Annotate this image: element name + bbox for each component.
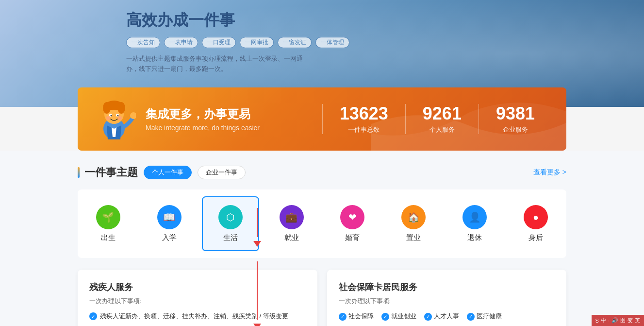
hero-tags: 一次告知一表申请一口受理一网审批一窗发证一体管理: [126, 37, 349, 48]
stats-banner: 集成更多，办事更易 Make integrate more, do things…: [78, 87, 566, 151]
card-tag-item: ✓ 医疗健康: [467, 311, 502, 321]
service-card-social: 社会保障卡居民服务 一次办理以下事项: ✓ 社会保障 ✓ 就业创业 ✓ 人才人事…: [327, 270, 567, 326]
category-item-retire[interactable]: 👤 退休: [446, 196, 503, 251]
category-icon-end: ●: [524, 205, 548, 229]
category-item-work[interactable]: 💼 就业: [263, 196, 320, 251]
check-icon: ✓: [424, 313, 432, 321]
status-bar: S 中 · 🔊 图 变 英: [592, 315, 644, 326]
category-label-birth: 出生: [101, 233, 116, 242]
category-icon-retire: 👤: [462, 205, 487, 229]
status-s: S: [595, 318, 599, 324]
stats-numbers: 13623 一件事总数 9261 个人服务 9381 企业服务: [322, 104, 552, 134]
stats-number: 13623: [340, 104, 388, 123]
category-icon-work: 💼: [280, 205, 304, 229]
section-title: 一件事主题: [78, 165, 138, 180]
stats-number: 9381: [496, 104, 535, 123]
category-item-house[interactable]: 🏠 置业: [385, 196, 442, 251]
card-tag-text: 就业创业: [391, 311, 416, 321]
card-tag-item: ✓ 就业创业: [381, 311, 416, 321]
category-item-school[interactable]: 📖 入学: [141, 196, 198, 251]
svg-point-10: [118, 116, 122, 120]
hero-tag: 一次告知: [126, 37, 160, 48]
category-label-school: 入学: [162, 233, 177, 242]
card-tags-area: ✓ 社会保障 ✓ 就业创业 ✓ 人才人事 ✓ 医疗健康 ✓ 文化体验 ✓ 交通出…: [339, 311, 555, 326]
status-var: 变: [627, 317, 633, 324]
stats-text: 集成更多，办事更易 Make integrate more, do things…: [146, 106, 322, 132]
check-icon: ✓: [89, 312, 97, 320]
svg-point-9: [106, 116, 110, 120]
stats-item: 9261 个人服务: [405, 104, 479, 134]
card-tag-item: ✓ 社会保障: [339, 311, 374, 321]
section-header: 一件事主题 个人一件事 企业一件事 查看更多 >: [78, 165, 566, 180]
check-icon: ✓: [339, 313, 347, 321]
stats-label: 企业服务: [496, 125, 535, 134]
card-tag-text: 社会保障: [348, 311, 374, 321]
category-label-marriage: 婚育: [345, 233, 360, 242]
card-subtitle: 一次办理以下事项:: [89, 297, 306, 306]
tabs-area: 🌱 出生 📖 入学 ⬡ 生活 💼 就业 ❤ 婚育 🏠 置业 👤 退休: [78, 189, 566, 258]
svg-point-8: [117, 115, 119, 117]
svg-point-4: [117, 102, 125, 114]
category-item-birth[interactable]: 🌱 出生: [80, 196, 137, 251]
card-items: ✓ 残疾人证新办、换领、迁移、挂失补办、注销、残疾类别 / 等级变更 ✓ 困难残…: [89, 311, 306, 326]
category-item-marriage[interactable]: ❤ 婚育: [324, 196, 381, 251]
card-row-multi: ✓ 社会保障 ✓ 就业创业 ✓ 人才人事 ✓ 医疗健康: [339, 311, 555, 321]
category-icon-life: ⬡: [218, 205, 243, 229]
card-item-text: 残疾人证新办、换领、迁移、挂失补办、注销、残疾类别 / 等级变更: [100, 311, 288, 321]
category-label-retire: 退休: [467, 233, 482, 242]
hero-tag: 一表申请: [164, 37, 198, 48]
card-title: 残疾人服务: [89, 281, 306, 293]
stats-item: 9381 企业服务: [479, 104, 552, 134]
hero-description: 一站式提供主题集成服务事项办理流程，线上一次登录、一网通办，线下只进一扇门，最多…: [126, 54, 311, 74]
svg-point-3: [103, 102, 111, 114]
category-icon-school: 📖: [157, 205, 182, 229]
stats-sub-title: Make integrate more, do things easier: [146, 124, 322, 132]
category-label-work: 就业: [284, 233, 299, 242]
status-en: 英: [635, 317, 640, 324]
category-label-life: 生活: [223, 233, 238, 242]
stats-number: 9261: [423, 104, 462, 123]
stats-label: 一件事总数: [340, 125, 388, 134]
card-tag-text: 医疗健康: [477, 311, 502, 321]
hero-title: 高效办成一件事: [126, 10, 349, 31]
stats-label: 个人服务: [423, 125, 462, 134]
card-row: ✓ 残疾人证新办、换领、迁移、挂失补办、注销、残疾类别 / 等级变更: [89, 311, 306, 321]
stats-main-title: 集成更多，办事更易: [146, 106, 322, 122]
card-subtitle-2: 一次办理以下事项:: [339, 297, 555, 306]
category-icon-birth: 🌱: [96, 205, 120, 229]
main-content: 一件事主题 个人一件事 企业一件事 查看更多 > 🌱 出生 📖 入学 ⬡ 生活 …: [0, 151, 644, 326]
section-title-area: 一件事主题 个人一件事 企业一件事: [78, 165, 246, 180]
stats-item: 13623 一件事总数: [322, 104, 405, 134]
category-icon-marriage: ❤: [340, 205, 364, 229]
card-title-2: 社会保障卡居民服务: [339, 281, 555, 293]
card-tag-text: 人才人事: [434, 311, 459, 321]
category-label-house: 置业: [406, 233, 421, 242]
svg-point-7: [111, 115, 112, 117]
hero-tag: 一窗发证: [278, 37, 312, 48]
check-icon: ✓: [381, 313, 389, 321]
hero-tag: 一体管理: [315, 37, 349, 48]
check-icon: ✓: [467, 313, 475, 321]
tab-personal[interactable]: 个人一件事: [144, 166, 192, 179]
card-tag-item: ✓ 人才人事: [424, 311, 459, 321]
service-cards: 残疾人服务 一次办理以下事项: ✓ 残疾人证新办、换领、迁移、挂失补办、注销、残…: [78, 270, 566, 326]
category-label-end: 身后: [528, 233, 543, 242]
hero-tag: 一口受理: [202, 37, 236, 48]
tab-enterprise[interactable]: 企业一件事: [198, 166, 246, 179]
mascot: [92, 97, 136, 141]
view-more-link[interactable]: 查看更多 >: [533, 168, 566, 177]
category-item-end[interactable]: ● 身后: [507, 196, 564, 251]
category-grid: 🌱 出生 📖 入学 ⬡ 生活 💼 就业 ❤ 婚育 🏠 置业 👤 退休: [78, 189, 566, 258]
status-img: 图: [620, 317, 626, 324]
category-item-life[interactable]: ⬡ 生活: [202, 196, 259, 251]
status-dot: ·: [608, 318, 610, 324]
hero-content: 高效办成一件事 一次告知一表申请一口受理一网审批一窗发证一体管理 一站式提供主题…: [126, 10, 349, 74]
category-icon-house: 🏠: [401, 205, 426, 229]
status-zh: 中: [601, 317, 606, 324]
hero-tag: 一网审批: [240, 37, 274, 48]
status-sound: 🔊: [611, 317, 618, 324]
service-card-disability: 残疾人服务 一次办理以下事项: ✓ 残疾人证新办、换领、迁移、挂失补办、注销、残…: [78, 270, 317, 326]
